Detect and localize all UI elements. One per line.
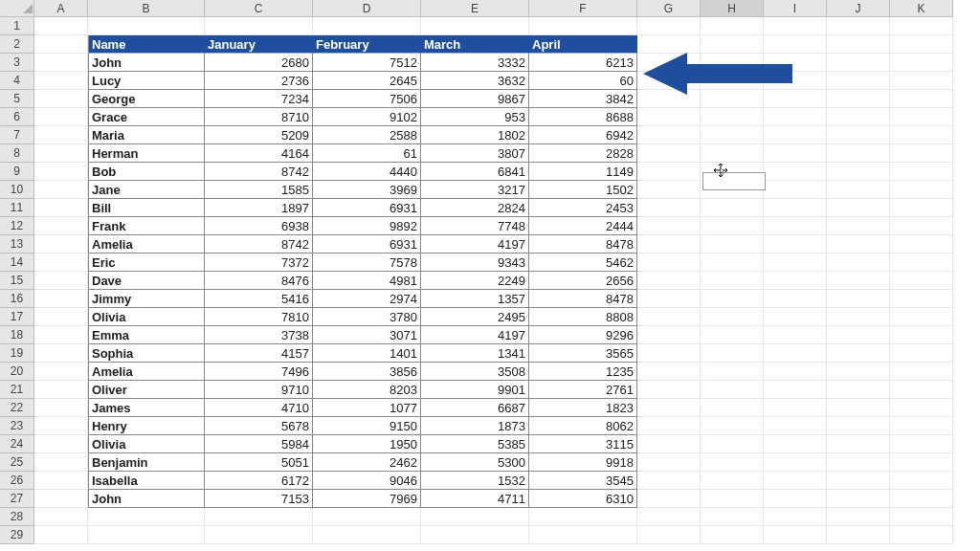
cell-D19[interactable]: 1401 (313, 344, 421, 363)
cell-D24[interactable]: 1950 (313, 435, 421, 453)
cell-C18[interactable]: 3738 (205, 326, 313, 344)
cell-K18[interactable] (890, 326, 953, 344)
row-header-21[interactable]: 21 (0, 381, 34, 399)
cell-G18[interactable] (637, 326, 701, 344)
cell-F3[interactable]: 6213 (529, 54, 637, 72)
cell-K3[interactable] (890, 54, 953, 72)
cell-D29[interactable] (313, 526, 421, 544)
cell-D12[interactable]: 9892 (313, 217, 421, 235)
cell-C22[interactable]: 4710 (205, 399, 313, 417)
cell-G21[interactable] (637, 381, 701, 399)
cell-A28[interactable] (34, 508, 88, 526)
cell-F13[interactable]: 8478 (529, 235, 637, 253)
cell-C13[interactable]: 8742 (205, 235, 313, 253)
cell-H17[interactable] (701, 308, 764, 326)
cell-E12[interactable]: 7748 (421, 217, 529, 235)
cell-E6[interactable]: 953 (421, 108, 529, 126)
cell-K6[interactable] (890, 108, 953, 126)
cell-D3[interactable]: 7512 (313, 54, 421, 72)
cell-I14[interactable] (764, 253, 827, 272)
cell-D17[interactable]: 3780 (313, 308, 421, 326)
cell-H12[interactable] (701, 217, 764, 235)
cell-D6[interactable]: 9102 (313, 108, 421, 126)
cell-C2[interactable]: January (205, 35, 313, 54)
cell-D11[interactable]: 6931 (313, 199, 421, 217)
cell-J11[interactable] (827, 199, 890, 217)
cell-H24[interactable] (701, 435, 764, 453)
cell-E23[interactable]: 1873 (421, 417, 529, 435)
cell-K7[interactable] (890, 126, 953, 144)
row-header-9[interactable]: 9 (0, 163, 34, 181)
cell-B20[interactable]: Amelia (88, 363, 205, 381)
row-header-15[interactable]: 15 (0, 272, 34, 290)
cell-I26[interactable] (764, 472, 827, 490)
cell-F5[interactable]: 3842 (529, 90, 637, 108)
cell-C4[interactable]: 2736 (205, 72, 313, 90)
cell-J1[interactable] (827, 17, 890, 35)
cell-C7[interactable]: 5209 (205, 126, 313, 144)
column-header-G[interactable]: G (637, 0, 701, 17)
cell-I1[interactable] (764, 17, 827, 35)
cell-C8[interactable]: 4164 (205, 144, 313, 163)
cell-E9[interactable]: 6841 (421, 163, 529, 181)
cell-F23[interactable]: 8062 (529, 417, 637, 435)
cell-D15[interactable]: 4981 (313, 272, 421, 290)
row-header-7[interactable]: 7 (0, 126, 34, 144)
cell-I15[interactable] (764, 272, 827, 290)
cell-G25[interactable] (637, 453, 701, 472)
cell-F21[interactable]: 2761 (529, 381, 637, 399)
row-header-26[interactable]: 26 (0, 472, 34, 490)
cell-A23[interactable] (34, 417, 88, 435)
row-header-12[interactable]: 12 (0, 217, 34, 235)
cell-I25[interactable] (764, 453, 827, 472)
cell-F7[interactable]: 6942 (529, 126, 637, 144)
cell-F24[interactable]: 3115 (529, 435, 637, 453)
row-header-19[interactable]: 19 (0, 344, 34, 363)
cell-E16[interactable]: 1357 (421, 290, 529, 308)
cell-C20[interactable]: 7496 (205, 363, 313, 381)
cell-J9[interactable] (827, 163, 890, 181)
row-header-18[interactable]: 18 (0, 326, 34, 344)
cell-E27[interactable]: 4711 (421, 490, 529, 508)
row-header-16[interactable]: 16 (0, 290, 34, 308)
cell-C28[interactable] (205, 508, 313, 526)
cell-F16[interactable]: 8478 (529, 290, 637, 308)
cell-A8[interactable] (34, 144, 88, 163)
cell-H23[interactable] (701, 417, 764, 435)
cell-C27[interactable]: 7153 (205, 490, 313, 508)
cell-I28[interactable] (764, 508, 827, 526)
cell-F10[interactable]: 1502 (529, 181, 637, 199)
cell-F22[interactable]: 1823 (529, 399, 637, 417)
cell-B6[interactable]: Grace (88, 108, 205, 126)
cell-A9[interactable] (34, 163, 88, 181)
cell-J13[interactable] (827, 235, 890, 253)
cell-B16[interactable]: Jimmy (88, 290, 205, 308)
cell-C26[interactable]: 6172 (205, 472, 313, 490)
cell-A2[interactable] (34, 35, 88, 54)
cell-J10[interactable] (827, 181, 890, 199)
cell-A27[interactable] (34, 490, 88, 508)
cell-D22[interactable]: 1077 (313, 399, 421, 417)
column-header-J[interactable]: J (827, 0, 890, 17)
cell-B18[interactable]: Emma (88, 326, 205, 344)
cell-F2[interactable]: April (529, 35, 637, 54)
cell-E8[interactable]: 3807 (421, 144, 529, 163)
cell-B5[interactable]: George (88, 90, 205, 108)
cell-E15[interactable]: 2249 (421, 272, 529, 290)
cell-E29[interactable] (421, 526, 529, 544)
row-header-24[interactable]: 24 (0, 435, 34, 453)
cell-A7[interactable] (34, 126, 88, 144)
row-header-2[interactable]: 2 (0, 35, 34, 54)
cell-K12[interactable] (890, 217, 953, 235)
cell-F15[interactable]: 2656 (529, 272, 637, 290)
row-header-17[interactable]: 17 (0, 308, 34, 326)
cell-D10[interactable]: 3969 (313, 181, 421, 199)
row-header-1[interactable]: 1 (0, 17, 34, 35)
cell-F18[interactable]: 9296 (529, 326, 637, 344)
column-header-D[interactable]: D (313, 0, 421, 17)
cell-C24[interactable]: 5984 (205, 435, 313, 453)
row-header-3[interactable]: 3 (0, 54, 34, 72)
cell-H26[interactable] (701, 472, 764, 490)
cell-K21[interactable] (890, 381, 953, 399)
cell-K17[interactable] (890, 308, 953, 326)
